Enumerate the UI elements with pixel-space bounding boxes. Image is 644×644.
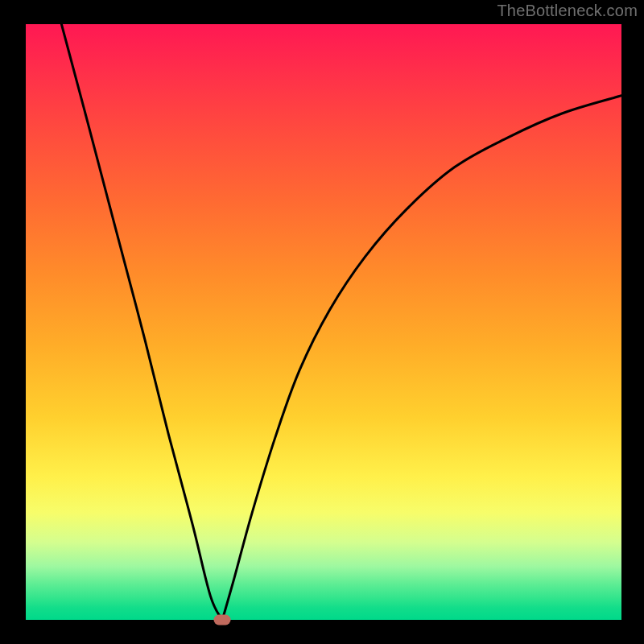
curve-layer xyxy=(26,24,621,620)
watermark-text: TheBottleneck.com xyxy=(497,2,638,20)
left-branch-curve xyxy=(61,24,222,620)
minimum-marker xyxy=(214,615,231,625)
right-branch-curve xyxy=(222,96,621,620)
plot-area xyxy=(26,24,621,620)
chart-frame: TheBottleneck.com xyxy=(0,0,644,644)
